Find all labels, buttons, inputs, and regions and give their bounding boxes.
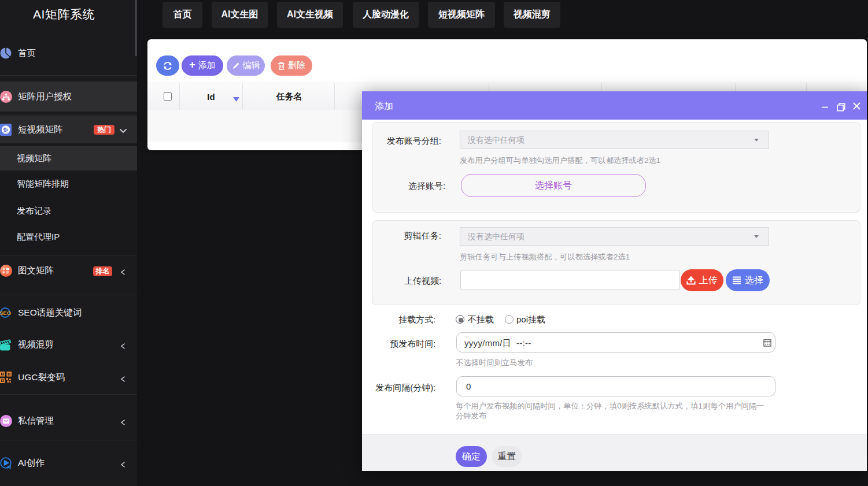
- svg-text:SEO: SEO: [0, 310, 11, 316]
- svg-text:AI: AI: [7, 465, 12, 470]
- svg-text:矩: 矩: [3, 127, 9, 133]
